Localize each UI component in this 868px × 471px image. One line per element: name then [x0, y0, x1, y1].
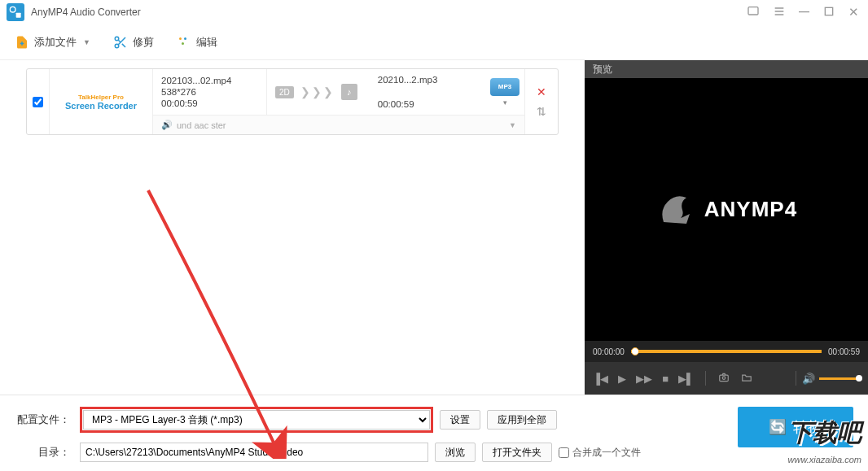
svg-rect-2 [748, 7, 758, 14]
snapshot-button[interactable] [717, 372, 730, 386]
chevron-down-icon: ▾ [503, 98, 507, 107]
svg-point-10 [723, 376, 726, 379]
play-button[interactable]: ▶ [618, 373, 626, 385]
divider [705, 371, 706, 386]
source-duration: 00:00:59 [161, 98, 258, 108]
mp3-icon: MP3 [490, 78, 519, 96]
dropdown-caret-icon: ▼ [83, 38, 90, 46]
format-icon-cell[interactable]: MP3 ▾ [485, 69, 524, 115]
trim-button[interactable]: 修剪 [113, 35, 154, 50]
merge-checkbox[interactable] [559, 447, 569, 458]
minimize-button[interactable]: — [796, 5, 812, 20]
menu-icon[interactable] [770, 5, 788, 20]
edit-button[interactable]: 编辑 [177, 35, 217, 50]
apply-all-button[interactable]: 应用到全部 [487, 410, 557, 430]
svg-rect-9 [720, 375, 729, 382]
anymp4-logo-icon [655, 190, 696, 230]
source-info: 202103...02.mp4 538*276 00:00:59 [153, 69, 267, 115]
file-thumbnail: TalkHelper Pro Screen Recorder [50, 69, 152, 134]
svg-rect-1 [16, 13, 21, 18]
merge-label: 合并成一个文件 [572, 446, 641, 460]
edit-icon [177, 35, 191, 50]
preview-brand-text: ANYMP4 [704, 197, 797, 222]
progress-slider[interactable] [631, 350, 822, 353]
merge-checkbox-row[interactable]: 合并成一个文件 [559, 446, 641, 460]
chevron-down-icon: ▼ [509, 121, 516, 129]
dest-duration: 00:00:59 [378, 99, 477, 109]
file-row[interactable]: TalkHelper Pro Screen Recorder 202103...… [26, 68, 559, 135]
file-list-panel: TalkHelper Pro Screen Recorder 202103...… [0, 60, 585, 395]
svg-point-7 [184, 37, 186, 40]
preview-time-row: 00:00:00 00:00:59 [585, 341, 868, 362]
divider [796, 371, 796, 386]
next-button[interactable]: ▶▌ [678, 373, 694, 385]
speaker-icon: 🔊 [161, 120, 173, 130]
toolbar: 添加文件 ▼ 修剪 编辑 [0, 24, 868, 60]
profile-row: 配置文件： MP3 - MPEG Layer-3 音频 (*.mp3) 设置 应… [15, 407, 853, 433]
convert-button[interactable]: 🔄 转换 [738, 407, 853, 447]
preview-controls: ▐◀ ▶ ▶▶ ■ ▶▌ 🔊 [585, 362, 868, 395]
preview-header: 预览 [585, 60, 868, 78]
svg-rect-3 [825, 7, 832, 15]
conversion-badges: 2D ❯❯❯ ♪ [267, 69, 366, 115]
audio-track-row[interactable]: 🔊 und aac ster ▼ [153, 115, 524, 134]
svg-point-0 [10, 7, 15, 12]
profile-select[interactable]: MP3 - MPEG Layer-3 音频 (*.mp3) [83, 410, 430, 430]
music-note-icon: ♪ [341, 84, 357, 100]
svg-point-8 [182, 42, 184, 45]
dest-filename: 20210...2.mp3 [378, 75, 477, 85]
prev-button[interactable]: ▐◀ [593, 373, 608, 385]
stop-button[interactable]: ■ [662, 373, 669, 385]
svg-point-4 [115, 37, 119, 41]
add-file-icon [15, 35, 29, 50]
settings-button[interactable]: 设置 [440, 410, 480, 430]
app-title: AnyMP4 Audio Converter [31, 7, 744, 18]
source-resolution: 538*276 [161, 87, 258, 97]
volume-icon[interactable]: 🔊 [802, 373, 815, 385]
convert-icon: 🔄 [769, 418, 787, 436]
file-info: 202103...02.mp4 538*276 00:00:59 2D ❯❯❯ … [152, 69, 525, 134]
fast-forward-button[interactable]: ▶▶ [636, 373, 652, 385]
preview-panel: 预览 ANYMP4 00:00:00 00:00:59 ▐◀ ▶ ▶▶ ■ ▶▌… [585, 60, 868, 395]
volume-control: 🔊 [794, 371, 860, 386]
browse-button[interactable]: 浏览 [435, 443, 476, 462]
file-checkbox-cell [27, 69, 50, 134]
dir-label: 目录： [15, 446, 73, 460]
arrow-icon: ❯❯❯ [300, 85, 335, 98]
app-logo [7, 3, 24, 21]
open-folder-button[interactable]: 打开文件夹 [482, 443, 552, 462]
feedback-icon[interactable] [744, 5, 762, 20]
maximize-button[interactable] [820, 5, 838, 20]
delete-button[interactable]: ✕ [537, 85, 546, 98]
file-actions: ✕ ⇅ [525, 69, 558, 134]
title-bar: AnyMP4 Audio Converter — ✕ [0, 0, 868, 24]
source-filename: 202103...02.mp4 [161, 76, 258, 85]
close-button[interactable]: ✕ [846, 5, 861, 20]
window-controls: — ✕ [744, 5, 861, 20]
dir-input[interactable] [80, 443, 428, 462]
bottom-panel: 配置文件： MP3 - MPEG Layer-3 音频 (*.mp3) 设置 应… [0, 395, 868, 471]
directory-row: 目录： 浏览 打开文件夹 合并成一个文件 [15, 443, 853, 462]
add-file-button[interactable]: 添加文件 ▼ [15, 35, 90, 50]
file-checkbox[interactable] [33, 97, 43, 107]
volume-slider[interactable] [819, 377, 860, 380]
audio-track-label: und aac ster [177, 120, 226, 130]
profile-label: 配置文件： [15, 413, 73, 427]
preview-video-area: ANYMP4 [585, 78, 868, 341]
time-current: 00:00:00 [593, 347, 625, 356]
profile-highlight: MP3 - MPEG Layer-3 音频 (*.mp3) [80, 407, 433, 433]
svg-point-6 [179, 37, 182, 40]
main-area: TalkHelper Pro Screen Recorder 202103...… [0, 60, 868, 395]
svg-point-5 [115, 44, 119, 48]
folder-button[interactable] [740, 372, 753, 386]
time-total: 00:00:59 [828, 347, 860, 356]
badge-2d: 2D [275, 86, 294, 98]
scissors-icon [113, 35, 128, 50]
reorder-icon[interactable]: ⇅ [537, 105, 546, 118]
dest-info: 20210...2.mp3 00:00:59 [366, 69, 485, 115]
